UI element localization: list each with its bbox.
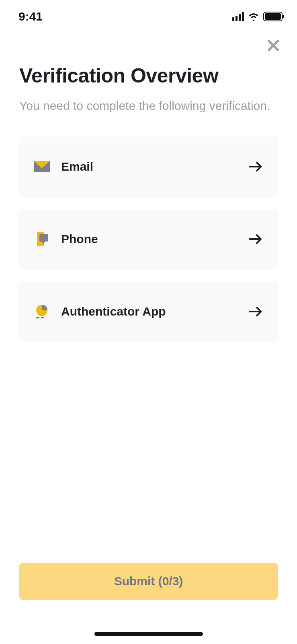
authenticator-icon [34,303,50,320]
battery-icon [263,12,283,21]
signal-icon [232,12,244,21]
phone-icon [34,231,50,247]
arrow-right-icon [248,161,263,173]
close-icon [266,38,281,53]
status-indicators [232,12,283,21]
verification-item-label: Authenticator App [61,305,166,318]
close-button[interactable] [266,38,281,55]
verification-item-label: Email [61,160,93,173]
main-content: Verification Overview You need to comple… [0,55,297,342]
mail-icon [34,159,50,175]
home-indicator [94,632,203,636]
verification-item-label: Phone [61,232,98,246]
submit-button-label: Submit (0/3) [114,574,183,588]
verification-item-email[interactable]: Email [19,136,278,197]
verification-item-phone[interactable]: Phone [19,209,278,269]
status-bar: 9:41 [0,0,297,26]
svg-rect-5 [41,317,44,318]
svg-rect-4 [36,317,39,318]
svg-rect-2 [39,234,48,242]
page-subtitle: You need to complete the following verif… [19,97,278,115]
wifi-icon [248,12,259,21]
status-time: 9:41 [18,10,43,23]
arrow-right-icon [248,305,263,318]
submit-button[interactable]: Submit (0/3) [19,563,278,600]
arrow-right-icon [248,233,263,245]
page-title: Verification Overview [19,64,278,88]
verification-item-authenticator[interactable]: Authenticator App [19,281,278,342]
